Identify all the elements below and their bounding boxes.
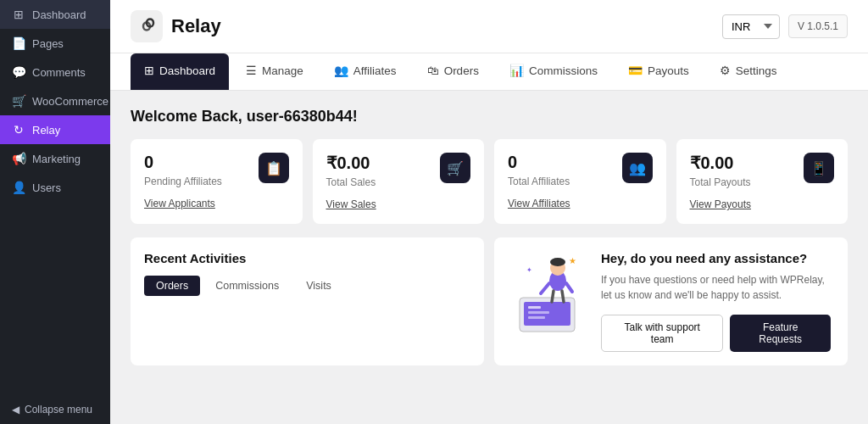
assistance-title: Hey, do you need any assistance? xyxy=(601,251,831,265)
orders-tab-icon: 🛍 xyxy=(427,64,439,77)
welcome-message: Welcome Back, user-66380b44! xyxy=(131,108,848,126)
activity-tabs: Orders Commissions Visits xyxy=(144,276,470,296)
sidebar-item-label: Pages xyxy=(32,37,64,50)
sidebar-item-label: Relay xyxy=(32,124,60,137)
stat-card-pending-affiliates: 📋 0 Pending Affiliates View Applicants xyxy=(131,139,303,224)
sidebar-item-marketing[interactable]: 📢 Marketing xyxy=(0,144,110,173)
topbar: Relay INR USD EUR V 1.0.5.1 xyxy=(110,0,868,53)
sidebar-item-woocommerce[interactable]: 🛒 WooCommerce xyxy=(0,86,110,115)
nav-tabs: ⊞ Dashboard ☰ Manage 👥 Affiliates 🛍 Orde… xyxy=(110,53,868,91)
tab-label: Affiliates xyxy=(353,64,397,77)
affiliates-tab-icon: 👥 xyxy=(334,64,348,77)
tab-label: Settings xyxy=(736,64,777,77)
sidebar-item-label: WooCommerce xyxy=(32,95,108,108)
assistance-text: If you have questions or need help with … xyxy=(601,272,831,303)
sidebar-item-label: Comments xyxy=(32,66,86,79)
tab-commissions[interactable]: 📊 Commissions xyxy=(496,53,611,90)
activities-title: Recent Activities xyxy=(144,251,470,265)
view-sales-link[interactable]: View Sales xyxy=(326,198,471,210)
tab-label: Payouts xyxy=(648,64,689,77)
stat-card-total-sales: 🛒 ₹0.00 Total Sales View Sales xyxy=(313,139,485,224)
svg-rect-4 xyxy=(528,311,549,314)
pending-affiliates-icon: 📋 xyxy=(259,153,289,183)
currency-select[interactable]: INR USD EUR xyxy=(722,14,780,39)
stat-card-total-payouts: 📱 ₹0.00 Total Payouts View Payouts xyxy=(676,139,849,224)
tab-label: Dashboard xyxy=(159,64,215,77)
stats-grid: 📋 0 Pending Affiliates View Applicants 🛒… xyxy=(131,139,848,224)
tab-orders[interactable]: 🛍 Orders xyxy=(414,53,492,90)
svg-point-8 xyxy=(550,258,565,266)
tab-label: Commissions xyxy=(529,64,598,77)
sidebar-item-label: Dashboard xyxy=(32,8,86,21)
tab-label: Orders xyxy=(444,64,479,77)
tab-manage[interactable]: ☰ Manage xyxy=(232,53,317,90)
activity-tab-commissions[interactable]: Commissions xyxy=(203,276,291,296)
relay-icon: ↻ xyxy=(12,123,25,137)
dashboard-icon: ⊞ xyxy=(12,8,25,21)
sidebar-item-comments[interactable]: 💬 Comments xyxy=(0,58,110,86)
payouts-tab-icon: 💳 xyxy=(628,64,643,77)
tab-payouts[interactable]: 💳 Payouts xyxy=(615,53,703,90)
commissions-tab-icon: 📊 xyxy=(509,64,524,77)
tab-affiliates[interactable]: 👥 Affiliates xyxy=(320,53,410,90)
total-affiliates-icon: 👥 xyxy=(622,153,653,183)
bottom-grid: Recent Activities Orders Commissions Vis… xyxy=(131,237,848,365)
dashboard-tab-icon: ⊞ xyxy=(144,64,154,77)
main-content: Relay INR USD EUR V 1.0.5.1 ⊞ Dashboard … xyxy=(110,0,868,424)
tab-dashboard[interactable]: ⊞ Dashboard xyxy=(131,53,229,90)
tab-settings[interactable]: ⚙ Settings xyxy=(706,53,791,90)
sidebar-item-relay[interactable]: ↻ Relay xyxy=(0,115,110,144)
svg-text:★: ★ xyxy=(569,256,576,265)
settings-tab-icon: ⚙ xyxy=(720,64,731,77)
sidebar-item-users[interactable]: 👤 Users xyxy=(0,173,110,202)
svg-line-9 xyxy=(541,283,549,293)
comments-icon: 💬 xyxy=(12,65,25,79)
sidebar-item-label: Marketing xyxy=(32,153,81,165)
users-icon: 👤 xyxy=(12,181,25,194)
assistance-illustration: ★ ✦ xyxy=(511,251,587,348)
assistance-card: ★ ✦ Hey, do you need any assistance? If … xyxy=(494,237,848,365)
feature-requests-button[interactable]: Feature Requests xyxy=(730,315,831,352)
sidebar-item-dashboard[interactable]: ⊞ Dashboard xyxy=(0,0,110,29)
svg-text:✦: ✦ xyxy=(526,266,532,274)
manage-tab-icon: ☰ xyxy=(246,64,257,77)
stat-card-total-affiliates: 👥 0 Total Affiliates View Affiliates xyxy=(494,139,666,224)
marketing-icon: 📢 xyxy=(12,152,25,165)
svg-line-12 xyxy=(562,291,564,302)
assistance-content: Hey, do you need any assistance? If you … xyxy=(601,251,831,352)
support-team-button[interactable]: Talk with support team xyxy=(601,315,723,352)
illustration-svg: ★ ✦ xyxy=(511,251,587,344)
view-applicants-link[interactable]: View Applicants xyxy=(144,198,289,209)
logo-area: Relay xyxy=(131,10,221,42)
assistance-buttons: Talk with support team Feature Requests xyxy=(601,315,831,352)
version-badge: V 1.0.5.1 xyxy=(788,14,848,38)
total-sales-icon: 🛒 xyxy=(440,153,470,183)
activity-tab-orders[interactable]: Orders xyxy=(144,276,200,296)
svg-line-11 xyxy=(552,291,554,302)
svg-rect-3 xyxy=(528,306,541,309)
collapse-icon: ◀ xyxy=(12,404,19,416)
svg-rect-5 xyxy=(528,316,545,319)
collapse-label: Collapse menu xyxy=(25,404,92,416)
sidebar-item-pages[interactable]: 📄 Pages xyxy=(0,29,110,58)
woocommerce-icon: 🛒 xyxy=(12,94,25,108)
view-affiliates-link[interactable]: View Affiliates xyxy=(508,198,653,209)
pages-icon: 📄 xyxy=(12,36,25,50)
svg-line-10 xyxy=(566,283,572,292)
sidebar-item-label: Users xyxy=(32,181,61,194)
page-content: Welcome Back, user-66380b44! 📋 0 Pending… xyxy=(110,91,868,424)
logo-text: Relay xyxy=(171,15,221,37)
total-payouts-icon: 📱 xyxy=(804,153,834,183)
topbar-right: INR USD EUR V 1.0.5.1 xyxy=(722,14,848,39)
svg-rect-0 xyxy=(131,10,163,42)
collapse-menu-button[interactable]: ◀ Collapse menu xyxy=(0,395,110,424)
view-payouts-link[interactable]: View Payouts xyxy=(690,198,835,210)
relay-logo-icon xyxy=(131,10,163,42)
tab-label: Manage xyxy=(262,64,303,77)
activities-card: Recent Activities Orders Commissions Vis… xyxy=(131,237,484,365)
activity-tab-visits[interactable]: Visits xyxy=(294,276,343,296)
sidebar: ⊞ Dashboard 📄 Pages 💬 Comments 🛒 WooComm… xyxy=(0,0,110,424)
